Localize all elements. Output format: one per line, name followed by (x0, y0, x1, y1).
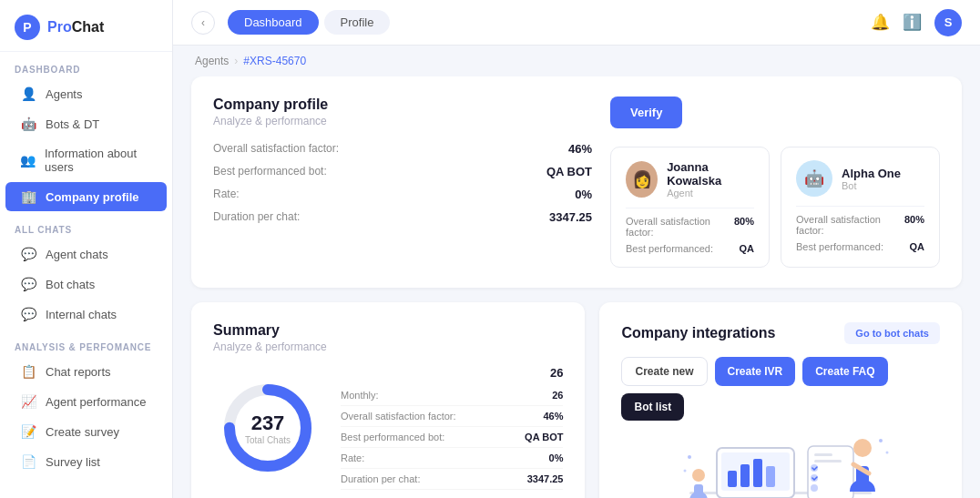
sidebar-item-chat-reports[interactable]: 📋Chat reports (5, 357, 167, 386)
verify-button[interactable]: Verify (610, 97, 682, 128)
company-profile-card: Company profile Analyze & performance Ov… (191, 76, 962, 288)
sidebar-icon-info-users: 👥 (20, 153, 36, 168)
agent-avatar: 🤖 (796, 160, 832, 197)
cp-agents: 👩 Joanna Kowalska Agent Overall satisfac… (610, 147, 940, 268)
sidebar-item-agents[interactable]: 👤Agents (5, 79, 167, 108)
sidebar-label-internal-chats: Internal chats (46, 308, 117, 321)
sidebar-label-bots-dt: Bots & DT (46, 117, 99, 131)
sidebar-label-survey-list: Survey list (46, 455, 100, 469)
breadcrumb-parent[interactable]: Agents (195, 55, 229, 67)
sidebar-item-agent-chats[interactable]: 💬Agent chats (5, 239, 167, 269)
sidebar-item-info-users[interactable]: 👥Information about users (5, 139, 167, 181)
sidebar-item-internal-chats[interactable]: 💬Internal chats (5, 300, 167, 329)
svg-point-24 (879, 439, 883, 442)
sidebar-item-agent-performance[interactable]: 📈Agent performance (5, 387, 167, 416)
summary-total: 26 (341, 366, 563, 380)
cp-stat-label: Rate: (213, 188, 240, 201)
create-new-button[interactable]: Create new (621, 357, 707, 386)
donut-chart: 237 Total Chats (213, 366, 322, 490)
sidebar-icon-bot-chats: 💬 (20, 277, 36, 291)
agent-stat-label: Best performanced: (626, 243, 713, 254)
cp-stat-label: Duration per chat: (213, 210, 300, 224)
create-faq-button[interactable]: Create FAQ (802, 357, 887, 386)
user-avatar[interactable]: S (934, 9, 962, 36)
cp-title: Company profile (213, 97, 592, 113)
tab-profile[interactable]: Profile (324, 10, 391, 35)
sidebar-section-label: DASHBOARD (0, 52, 172, 78)
logo-text: ProChat (47, 19, 104, 36)
agent-stat-row: Overall satisfaction factor: 80% (626, 216, 754, 238)
back-button[interactable]: ‹ (191, 11, 215, 35)
sidebar-item-company-profile[interactable]: 🏢Company profile (5, 182, 167, 211)
agent-header: 👩 Joanna Kowalska Agent (626, 160, 754, 198)
agent-name: Alpha One (842, 167, 901, 180)
sidebar-label-bot-chats: Bot chats (46, 278, 95, 291)
agent-stat-row: Best performanced: QA (796, 241, 924, 252)
agent-card-bot: 🤖 Alpha One Bot Overall satisfaction fac… (781, 147, 940, 268)
svg-point-17 (853, 439, 872, 457)
agent-stat-label: Best performanced: (796, 241, 883, 252)
agent-stat-label: Overall satisfaction factor: (796, 214, 904, 236)
cp-stat-label: Best performanced bot: (213, 165, 327, 178)
sidebar-icon-agent-performance: 📈 (20, 394, 36, 409)
sidebar-icon-agent-chats: 💬 (20, 247, 36, 261)
summary-stat-label: Overall satisfaction factor: (341, 411, 456, 422)
cp-stat-value: 3347.25 (549, 210, 592, 224)
summary-stat-value: 0% (549, 452, 564, 463)
sidebar-item-create-survey[interactable]: 📝Create survey (5, 417, 167, 446)
sidebar-item-bots-dt[interactable]: 🤖Bots & DT (5, 109, 167, 138)
cp-stat-row: Rate:0% (213, 188, 592, 201)
sidebar-label-agent-performance: Agent performance (46, 395, 147, 409)
agent-name: Joanna Kowalska (667, 160, 754, 188)
summary-stat-value: 3347.25 (527, 473, 564, 484)
svg-rect-12 (814, 453, 832, 456)
sidebar-item-bot-chats[interactable]: 💬Bot chats (5, 269, 167, 299)
summary-stat-label: Monthly: (341, 390, 379, 401)
bot-list-button[interactable]: Bot list (621, 393, 684, 421)
summary-stat-row: Overall satisfaction factor:46% (341, 406, 563, 427)
svg-rect-7 (753, 459, 762, 487)
agent-avatar: 👩 (626, 161, 658, 198)
topbar: ‹ Dashboard Profile 🔔 ℹ️ S (173, 0, 980, 46)
sidebar-item-survey-list[interactable]: 📄Survey list (5, 447, 167, 476)
summary-stats: 26 Monthly:26Overall satisfaction factor… (341, 366, 563, 490)
summary-stat-row: Best performanced bot:QA BOT (341, 427, 563, 448)
logo-icon: P (15, 15, 40, 40)
agent-stat-row: Best performanced: QA (626, 243, 754, 254)
sidebar: P ProChat DASHBOARD👤Agents🤖Bots & DT👥Inf… (0, 0, 173, 498)
cp-stat-row: Duration per chat:3347.25 (213, 210, 592, 224)
summary-card: Summary Analyze & performance 237 Total … (191, 302, 585, 498)
summary-stat-label: Rate: (341, 452, 364, 463)
sidebar-logo: P ProChat (0, 0, 172, 52)
bell-icon[interactable]: 🔔 (871, 13, 890, 32)
breadcrumb: Agents › #XRS-45670 (173, 46, 980, 76)
sidebar-label-info-users: Information about users (45, 147, 152, 174)
bottom-row: Summary Analyze & performance 237 Total … (191, 302, 962, 498)
svg-point-20 (692, 469, 705, 482)
main-panel: ‹ Dashboard Profile 🔔 ℹ️ S Agents › #XRS… (173, 0, 980, 498)
tab-dashboard[interactable]: Dashboard (228, 10, 319, 35)
sidebar-label-agents: Agents (46, 87, 82, 101)
agent-role: Agent (667, 188, 754, 198)
svg-rect-5 (728, 471, 737, 487)
info-icon[interactable]: ℹ️ (903, 13, 922, 32)
cp-stat-value: 46% (568, 142, 592, 156)
cp-stat-value: 0% (575, 188, 592, 201)
create-ivr-button[interactable]: Create IVR (715, 357, 796, 386)
summary-content: 237 Total Chats 26 Monthly:26Overall sat… (213, 366, 563, 490)
svg-rect-6 (740, 464, 750, 487)
sidebar-section-label: ANALYSIS & PERFOMANCE (0, 330, 172, 356)
agent-card-agent: 👩 Joanna Kowalska Agent Overall satisfac… (610, 147, 770, 268)
agent-stat-label: Overall satisfaction factor: (626, 216, 734, 238)
integrations-header: Company integrations Go to bot chats (621, 322, 940, 344)
svg-point-25 (886, 452, 889, 454)
integrations-card: Company integrations Go to bot chats Cre… (599, 302, 962, 498)
integration-buttons: Create newCreate IVRCreate FAQBot list (621, 357, 940, 421)
agent-info: Alpha One Bot (842, 167, 901, 191)
summary-subtitle: Analyze & performance (213, 340, 563, 353)
summary-stat-row: Monthly:26 (341, 385, 563, 406)
cp-stat-row: Overall satisfaction factor:46% (213, 142, 592, 156)
svg-rect-8 (766, 466, 775, 487)
goto-bot-chats-button[interactable]: Go to bot chats (844, 322, 940, 344)
agent-stat-value: 80% (904, 214, 924, 236)
